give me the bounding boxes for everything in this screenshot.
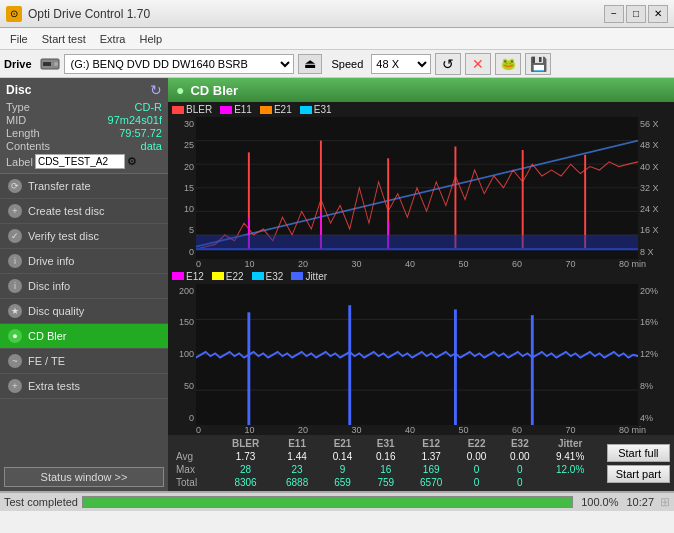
bottom-x-axis: 0 10 20 30 40 50 60 70 80 min bbox=[168, 425, 674, 435]
y2-label-150: 150 bbox=[170, 317, 194, 327]
title-bar: ⊙ Opti Drive Control 1.70 − □ ✕ bbox=[0, 0, 674, 28]
sidebar-item-disc-info[interactable]: i Disc info bbox=[0, 274, 168, 299]
refresh-button[interactable]: ↺ bbox=[435, 53, 461, 75]
x-label-20: 20 bbox=[298, 259, 308, 269]
stats-max-e21: 9 bbox=[321, 463, 364, 476]
disc-label-input[interactable] bbox=[35, 154, 125, 169]
y-right-16x: 16 X bbox=[640, 225, 672, 235]
x2-label-60: 60 bbox=[512, 425, 522, 435]
stats-area: BLER E11 E21 E31 E12 E22 E32 Jitter Avg … bbox=[168, 435, 674, 491]
y-label-0: 0 bbox=[170, 247, 194, 257]
stats-total-e11: 6888 bbox=[273, 476, 321, 489]
y2-right-8: 8% bbox=[640, 381, 672, 391]
resize-icon: ⊞ bbox=[660, 495, 670, 509]
menu-file[interactable]: File bbox=[4, 31, 34, 47]
sidebar-item-label: Disc quality bbox=[28, 305, 84, 317]
stats-avg-e11: 1.44 bbox=[273, 450, 321, 463]
top-chart-body: 30 25 20 15 10 5 0 bbox=[168, 117, 674, 259]
sidebar-item-transfer-rate[interactable]: ⟳ Transfer rate bbox=[0, 174, 168, 199]
y-right-56x: 56 X bbox=[640, 119, 672, 129]
stats-header-e21: E21 bbox=[321, 437, 364, 450]
stats-table: BLER E11 E21 E31 E12 E22 E32 Jitter Avg … bbox=[172, 437, 599, 489]
menu-help[interactable]: Help bbox=[133, 31, 168, 47]
drive-info-icon: i bbox=[8, 254, 22, 268]
bottom-chart-legend: E12 E22 E32 Jitter bbox=[168, 269, 674, 284]
chart-header-icon: ● bbox=[176, 82, 184, 98]
drive-select[interactable]: (G:) BENQ DVD DD DW1640 BSRB bbox=[64, 54, 294, 74]
svg-rect-1 bbox=[43, 62, 51, 66]
stats-max-e31: 16 bbox=[364, 463, 407, 476]
legend-e31: E31 bbox=[314, 104, 332, 115]
sidebar-item-cd-bler[interactable]: ● CD Bler bbox=[0, 324, 168, 349]
stats-header-jitter: Jitter bbox=[541, 437, 598, 450]
menu-extra[interactable]: Extra bbox=[94, 31, 132, 47]
disc-refresh-icon[interactable]: ↻ bbox=[150, 82, 162, 98]
stats-max-e32: 0 bbox=[498, 463, 541, 476]
minimize-button[interactable]: − bbox=[604, 5, 624, 23]
svg-line-8 bbox=[196, 141, 638, 247]
y-right-48x: 48 X bbox=[640, 140, 672, 150]
stats-header-e11: E11 bbox=[273, 437, 321, 450]
main-area: Disc ↻ Type CD-R MID 97m24s01f Length 79… bbox=[0, 78, 674, 491]
stats-avg-e22: 0.00 bbox=[455, 450, 498, 463]
disc-label-icon[interactable]: ⚙ bbox=[127, 155, 137, 168]
disc-info-icon: i bbox=[8, 279, 22, 293]
x2-label-30: 30 bbox=[351, 425, 361, 435]
sidebar-item-fe-te[interactable]: ~ FE / TE bbox=[0, 349, 168, 374]
close-button[interactable]: ✕ bbox=[648, 5, 668, 23]
legend-e22: E22 bbox=[226, 271, 244, 282]
disc-panel: Disc ↻ Type CD-R MID 97m24s01f Length 79… bbox=[0, 78, 168, 174]
chart-header: ● CD Bler bbox=[168, 78, 674, 102]
x2-label-10: 10 bbox=[244, 425, 254, 435]
x-label-10: 10 bbox=[244, 259, 254, 269]
stats-header-e12: E12 bbox=[407, 437, 455, 450]
top-chart-legend: BLER E11 E21 E31 bbox=[168, 102, 674, 117]
stats-avg-e12: 1.37 bbox=[407, 450, 455, 463]
x2-label-20: 20 bbox=[298, 425, 308, 435]
save-button[interactable]: 💾 bbox=[525, 53, 551, 75]
progress-bar bbox=[82, 496, 573, 508]
start-full-button[interactable]: Start full bbox=[607, 444, 670, 462]
stats-total-e31: 759 bbox=[364, 476, 407, 489]
sidebar-item-create-test-disc[interactable]: + Create test disc bbox=[0, 199, 168, 224]
sidebar-item-disc-quality[interactable]: ★ Disc quality bbox=[0, 299, 168, 324]
x-label-30: 30 bbox=[351, 259, 361, 269]
stats-header-empty bbox=[172, 437, 218, 450]
clear-button[interactable]: ✕ bbox=[465, 53, 491, 75]
disc-quality-icon: ★ bbox=[8, 304, 22, 318]
sidebar-item-label: Extra tests bbox=[28, 380, 80, 392]
x-label-70: 70 bbox=[565, 259, 575, 269]
x-label-50: 50 bbox=[458, 259, 468, 269]
x2-label-70: 70 bbox=[565, 425, 575, 435]
disc-label-label: Label bbox=[6, 156, 33, 168]
stats-total-e21: 659 bbox=[321, 476, 364, 489]
start-part-button[interactable]: Start part bbox=[607, 465, 670, 483]
disc-length-label: Length bbox=[6, 127, 40, 139]
menu-bar: File Start test Extra Help bbox=[0, 28, 674, 50]
y2-label-50: 50 bbox=[170, 381, 194, 391]
x-label-0: 0 bbox=[196, 259, 201, 269]
sidebar-item-verify-test-disc[interactable]: ✓ Verify test disc bbox=[0, 224, 168, 249]
status-window-button[interactable]: Status window >> bbox=[4, 467, 164, 487]
stats-avg-e32: 0.00 bbox=[498, 450, 541, 463]
legend-e32: E32 bbox=[266, 271, 284, 282]
menu-start-test[interactable]: Start test bbox=[36, 31, 92, 47]
x-label-60: 60 bbox=[512, 259, 522, 269]
bottom-chart-body: 200 150 100 50 0 bbox=[168, 284, 674, 426]
disc-mid-label: MID bbox=[6, 114, 26, 126]
sidebar-item-drive-info[interactable]: i Drive info bbox=[0, 249, 168, 274]
animal-button[interactable]: 🐸 bbox=[495, 53, 521, 75]
stats-max-e11: 23 bbox=[273, 463, 321, 476]
stats-total-e12: 6570 bbox=[407, 476, 455, 489]
maximize-button[interactable]: □ bbox=[626, 5, 646, 23]
progress-bar-fill bbox=[83, 497, 572, 507]
x-label-40: 40 bbox=[405, 259, 415, 269]
disc-contents-val: data bbox=[141, 140, 162, 152]
stats-total-e32: 0 bbox=[498, 476, 541, 489]
speed-select[interactable]: 48 X bbox=[371, 54, 431, 74]
stats-total-label: Total bbox=[172, 476, 218, 489]
eject-button[interactable]: ⏏ bbox=[298, 54, 322, 74]
stats-max-jitter: 12.0% bbox=[541, 463, 598, 476]
sidebar-item-extra-tests[interactable]: + Extra tests bbox=[0, 374, 168, 399]
stats-avg-jitter: 9.41% bbox=[541, 450, 598, 463]
